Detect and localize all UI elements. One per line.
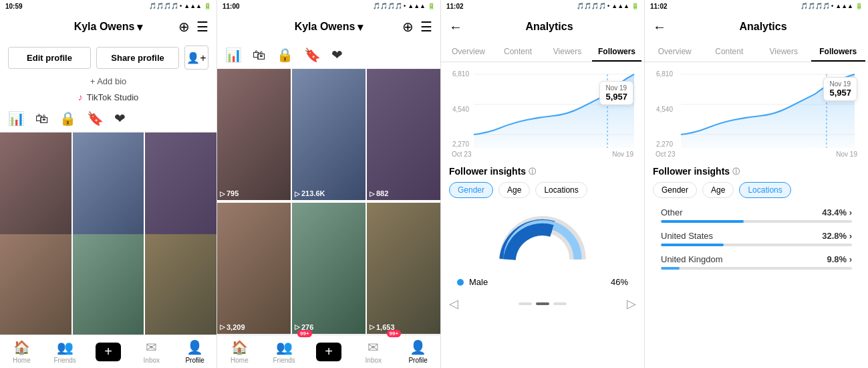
- tooltip-date-1: Nov 19: [605, 84, 627, 92]
- profile-actions: Edit profile Share profile 👤+: [0, 41, 216, 74]
- video-cell[interactable]: ▷334: [145, 234, 216, 335]
- studio-icon: ♪: [78, 92, 83, 102]
- location-name: United States: [661, 231, 713, 241]
- status-bar-4: 11:02 🎵🎵🎵🎵 • ▲▲▲ 🔋: [645, 0, 868, 12]
- video-cell[interactable]: ▷882: [367, 69, 440, 200]
- location-bar-bg: [661, 220, 852, 223]
- heart-icon[interactable]: ❤: [114, 110, 126, 126]
- inbox-badge: 99+: [387, 330, 402, 337]
- location-header: United States 32.8% ›: [661, 231, 852, 241]
- bottom-nav-friends[interactable]: 👥 Friends: [43, 335, 87, 368]
- share-profile-button[interactable]: Share profile: [96, 47, 179, 69]
- video-cell[interactable]: ▷213.6K: [292, 69, 366, 200]
- add-button-2[interactable]: +: [316, 343, 341, 361]
- profile-username[interactable]: Kyla Owens ▾: [74, 21, 143, 33]
- video-cell[interactable]: ▷795: [217, 69, 291, 200]
- bottom-nav-profile-2[interactable]: 👤 Profile: [396, 335, 440, 368]
- location-item-uk[interactable]: United Kingdom 9.8% ›: [653, 250, 860, 274]
- battery-2: 🔋: [428, 3, 435, 9]
- time-3: 11:02: [446, 3, 464, 10]
- menu-icon-2[interactable]: ☰: [420, 19, 432, 35]
- menu-icon[interactable]: ☰: [196, 19, 208, 35]
- scroll-dot-active: [536, 302, 549, 305]
- bottom-nav-home-2[interactable]: 🏠 Home: [217, 335, 262, 368]
- tab-followers-1[interactable]: Followers: [592, 41, 641, 62]
- shop-icon-2[interactable]: 🛍: [253, 48, 266, 63]
- followers-chart-2: 6,810 4,540 2,270: [645, 62, 868, 161]
- prev-arrow-1[interactable]: ◁: [449, 296, 458, 311]
- bottom-nav-profile[interactable]: 👤 Profile: [173, 335, 216, 368]
- bottom-nav-add[interactable]: +: [87, 335, 130, 368]
- friends-badge: 99+: [297, 330, 312, 337]
- video-cell[interactable]: ▷447: [0, 234, 71, 335]
- add-post-icon-2[interactable]: ⊕: [402, 19, 414, 35]
- tooltip-val-2: 5,957: [829, 88, 851, 98]
- video-cell[interactable]: ▷4,622: [73, 234, 144, 335]
- bottom-nav-inbox-2[interactable]: ✉ 99+ Inbox: [351, 335, 396, 368]
- location-item-other[interactable]: Other 43.4% ›: [653, 203, 860, 227]
- tiktok-studio[interactable]: ♪ TikTok Studio: [0, 89, 216, 105]
- back-button-2[interactable]: ←: [653, 19, 666, 35]
- tab-content-1[interactable]: Content: [493, 41, 543, 62]
- heart-icon-2[interactable]: ❤: [331, 47, 343, 63]
- bookmark-icon[interactable]: 🔖: [87, 110, 104, 126]
- profile-label: Profile: [185, 357, 204, 364]
- shop-icon[interactable]: 🛍: [35, 111, 49, 126]
- video-cell[interactable]: ▷3,209: [217, 203, 291, 334]
- follower-insights-1: Follower insights ⓘ Gender Age Locations: [441, 161, 644, 295]
- insight-tab-gender-1[interactable]: Gender: [449, 182, 493, 198]
- battery-3: 🔋: [631, 3, 639, 9]
- chart-x-labels-1: Oct 23 Nov 19: [449, 151, 636, 158]
- bookmark-icon-2[interactable]: 🔖: [304, 47, 321, 63]
- bottom-nav-home[interactable]: 🏠 Home: [0, 335, 43, 368]
- x-start-1: Oct 23: [452, 151, 471, 158]
- insight-tab-locations-2[interactable]: Locations: [739, 182, 790, 198]
- add-friend-button[interactable]: 👤+: [184, 45, 208, 70]
- insight-tabs-1: Gender Age Locations: [449, 182, 636, 198]
- analytics-icon-2[interactable]: 📊: [225, 47, 242, 63]
- x-start-2: Oct 23: [656, 151, 675, 158]
- next-arrow-1[interactable]: ▷: [627, 296, 636, 311]
- insight-tab-age-1[interactable]: Age: [498, 182, 530, 198]
- status-icons-2: 🎵🎵🎵🎵 • ▲▲▲ 🔋: [373, 3, 435, 9]
- feed-header: Kyla Owens ▾ ⊕ ☰: [217, 12, 440, 41]
- insight-tab-gender-2[interactable]: Gender: [653, 182, 697, 198]
- video-cell[interactable]: ▷276: [292, 203, 366, 334]
- add-post-icon[interactable]: ⊕: [178, 19, 190, 35]
- tab-followers-2[interactable]: Followers: [811, 41, 866, 62]
- bottom-nav-inbox[interactable]: ✉ Inbox: [130, 335, 173, 368]
- insight-tab-locations-1[interactable]: Locations: [535, 182, 587, 198]
- tab-viewers-2[interactable]: Viewers: [756, 41, 811, 62]
- lock-icon-2[interactable]: 🔒: [277, 47, 293, 63]
- feed-username[interactable]: Kyla Owens ▾: [295, 21, 364, 33]
- location-bar-bg: [661, 244, 852, 246]
- video-cell[interactable]: ▷1,653: [367, 203, 440, 334]
- nav-icons-bar-2: 📊 🛍 🔒 🔖 ❤: [217, 41, 440, 69]
- tab-overview-2[interactable]: Overview: [647, 41, 702, 62]
- insight-tab-age-2[interactable]: Age: [702, 182, 734, 198]
- location-item-us[interactable]: United States 32.8% ›: [653, 227, 860, 250]
- add-button[interactable]: +: [96, 343, 121, 361]
- analytics-icon[interactable]: 📊: [8, 110, 25, 126]
- chevron-down-icon-2: ▾: [357, 21, 363, 33]
- edit-profile-button[interactable]: Edit profile: [8, 47, 91, 69]
- profile-icon-2: 👤: [410, 339, 426, 355]
- bottom-nav-friends-2[interactable]: 👥 99+ Friends: [262, 335, 307, 368]
- home-icon: 🏠: [13, 339, 30, 355]
- insights-title-2: Follower insights ⓘ: [653, 166, 860, 177]
- bottom-nav-add-2[interactable]: +: [307, 335, 351, 368]
- location-header: Other 43.4% ›: [661, 207, 852, 217]
- friends-icon: 👥: [57, 339, 74, 355]
- y-label-high-2: 6,810: [653, 70, 673, 78]
- tiktok-icons-3: 🎵🎵🎵🎵 •: [577, 3, 610, 9]
- tab-overview-1[interactable]: Overview: [444, 41, 493, 62]
- back-button-1[interactable]: ←: [449, 19, 462, 35]
- panel-profile: 10:59 🎵🎵🎵🎵 • ▲▲▲ 🔋 Kyla Owens ▾ ⊕ ☰ Edit…: [0, 0, 217, 368]
- lock-icon[interactable]: 🔒: [59, 110, 76, 126]
- info-icon-2: ⓘ: [732, 167, 740, 177]
- home-label: Home: [13, 357, 31, 364]
- bottom-nav-2: 🏠 Home 👥 99+ Friends + ✉ 99+ Inbox 👤 Pro…: [217, 335, 440, 368]
- tab-content-2[interactable]: Content: [702, 41, 757, 62]
- tab-viewers-1[interactable]: Viewers: [543, 41, 592, 62]
- add-bio[interactable]: + Add bio: [0, 74, 216, 89]
